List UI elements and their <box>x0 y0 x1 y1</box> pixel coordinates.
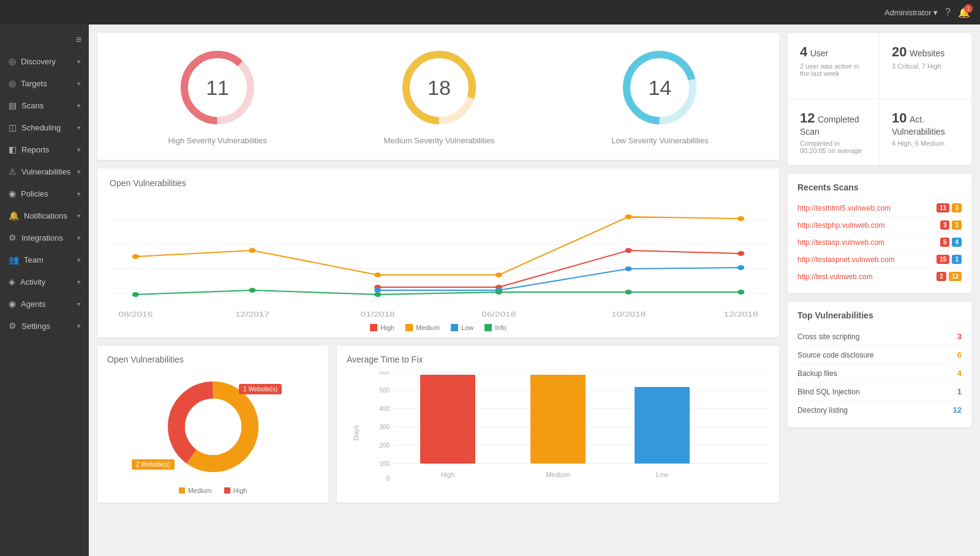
vuln-name: Source code disclosure <box>797 351 874 359</box>
vuln-row: Blind SQL Injection 1 <box>797 383 962 401</box>
svg-text:Low: Low <box>656 471 668 478</box>
bottom-row: Open Vulnerabilities 1 Website(s) <box>97 346 779 503</box>
chevron-icon: ▾ <box>77 301 80 307</box>
sidebar-item-reports[interactable]: ◧ Reports ▾ <box>0 138 89 160</box>
legend-box <box>484 324 492 331</box>
vuln-row: Backup files 4 <box>797 364 962 383</box>
activity-icon: ◈ <box>9 277 15 287</box>
svg-text:06/2018: 06/2018 <box>481 310 516 318</box>
scan-badges: 11 3 <box>937 203 962 212</box>
chevron-icon: ▾ <box>77 323 80 329</box>
badge-low: 3 <box>952 203 962 212</box>
stat-sub-vuln: 4 High, 6 Medium <box>892 140 959 147</box>
sidebar-item-policies[interactable]: ◉ Policies ▾ <box>0 182 89 205</box>
chevron-icon: ▾ <box>77 80 80 87</box>
sidebar-label-activity: Activity <box>20 277 45 287</box>
vuln-row: Source code disclosure 6 <box>797 346 962 364</box>
svg-point-31 <box>249 288 255 293</box>
svg-point-26 <box>374 288 381 293</box>
reports-icon: ◧ <box>9 145 17 154</box>
policies-icon: ◉ <box>9 189 16 198</box>
sidebar-item-settings[interactable]: ⚙ Settings ▾ <box>0 315 89 337</box>
main-column: 11 High Severity Vulnerabilities 18 Medi… <box>97 33 779 547</box>
stat-scans: 12 Completed Scan Completed in 00:20:05 … <box>788 99 880 165</box>
svg-point-39 <box>185 399 241 455</box>
sidebar-label-vulnerabilities: Vulnerabilities <box>21 167 70 176</box>
sidebar-item-activity[interactable]: ◈ Activity ▾ <box>0 271 89 293</box>
legend-label: High <box>380 324 394 331</box>
sidebar-item-targets[interactable]: ◎ Targets ▾ <box>0 72 89 94</box>
chevron-icon: ▾ <box>77 58 80 65</box>
sidebar-label-targets: Targets <box>21 79 47 88</box>
legend-box <box>370 324 377 331</box>
sidebar-item-scheduling[interactable]: ◫ Scheduling ▾ <box>0 116 89 138</box>
vuln-name: Directory listing <box>797 406 848 415</box>
legend-item-medium: Medium <box>405 324 440 331</box>
svg-text:10/2018: 10/2018 <box>611 310 646 318</box>
svg-point-25 <box>737 251 744 256</box>
vuln-count: 3 <box>957 332 962 341</box>
svg-point-34 <box>625 290 631 295</box>
donut-legend-item-medium: Medium <box>179 487 212 494</box>
badge-high: 3 <box>940 220 950 230</box>
top-vuln-title: Top Vulnerabilities <box>797 310 962 320</box>
topbar: Administrator ▾ ? 🔔 1 <box>0 0 980 24</box>
svg-text:100: 100 <box>379 460 390 467</box>
svg-point-19 <box>496 272 502 277</box>
stat-num-users: 4 <box>800 44 807 59</box>
sidebar-toggle[interactable]: ≡ <box>0 29 89 50</box>
sidebar-item-agents[interactable]: ◉ Agents ▾ <box>0 293 89 315</box>
scan-link[interactable]: http://testaspnet.vulnweb.com <box>797 255 895 264</box>
svg-rect-57 <box>635 387 690 464</box>
agents-icon: ◉ <box>9 299 16 309</box>
gauge-number-medium: 18 <box>428 76 451 100</box>
donut-legend-label: Medium <box>188 487 212 494</box>
gauge-label-medium: Medium Severity Vulnerabilities <box>384 136 495 145</box>
stat-vuln: 10 Act. Vulnerabilities 4 High, 6 Medium <box>880 99 971 165</box>
targets-icon: ◎ <box>9 78 16 88</box>
sidebar-item-integrations[interactable]: ⚙ Integrations ▾ <box>0 227 89 249</box>
vulnerabilities-icon: ⚠ <box>9 167 17 176</box>
scan-link[interactable]: http://testhtml5.vulnweb.com <box>797 204 891 212</box>
svg-text:12/2018: 12/2018 <box>724 310 758 318</box>
chevron-icon: ▾ <box>77 168 80 175</box>
sidebar-label-integrations: Integrations <box>21 233 63 242</box>
line-chart-svg: 08/2016 12/2017 01/2018 06/2018 10/2018 … <box>110 195 767 318</box>
sidebar-item-vulnerabilities[interactable]: ⚠ Vulnerabilities ▾ <box>0 160 89 182</box>
gauge-label-low: Low Severity Vulnerabilities <box>611 136 708 145</box>
sidebar-item-discovery[interactable]: ◎ Discovery ▾ <box>0 50 89 72</box>
help-icon[interactable]: ? <box>945 7 951 18</box>
bar-title: Average Time to Fix <box>347 355 769 364</box>
scan-row: http://testphp.vulnweb.com 3 1 <box>797 217 962 234</box>
scan-badges: 2 12 <box>937 272 962 281</box>
svg-text:High: High <box>441 471 455 478</box>
scan-row: http://test.vulnweb.com 2 12 <box>797 268 962 285</box>
scan-link[interactable]: http://testphp.vulnweb.com <box>797 221 885 230</box>
chart-legend: HighMediumLowInfo <box>110 324 767 331</box>
bell-icon[interactable]: 🔔 1 <box>958 7 970 18</box>
donut-legend-box <box>179 487 185 494</box>
sidebar-item-notifications[interactable]: 🔔 Notifications ▾ <box>0 205 89 227</box>
gauge-medium: 18 Medium Severity Vulnerabilities <box>384 48 495 145</box>
admin-dropdown[interactable]: Administrator ▾ <box>884 8 938 17</box>
scan-link[interactable]: http://testasp.vulnweb.com <box>797 238 884 247</box>
stats-grid: 4 User 2 user was active in the last wee… <box>788 33 971 165</box>
sidebar-item-scans[interactable]: ▤ Scans ▾ <box>0 94 89 116</box>
sidebar-item-team[interactable]: 👥 Team ▾ <box>0 249 89 271</box>
sidebar-label-scans: Scans <box>21 101 43 110</box>
donut-legend: MediumHigh <box>107 487 318 494</box>
scan-link[interactable]: http://test.vulnweb.com <box>797 272 873 281</box>
badge-low: 12 <box>949 272 962 281</box>
badge-high: 11 <box>937 203 949 212</box>
sidebar-label-scheduling: Scheduling <box>21 123 61 132</box>
svg-point-20 <box>625 214 631 219</box>
gauge-circle-high: 11 <box>178 48 257 127</box>
donut-card: Open Vulnerabilities 1 Website(s) <box>97 346 328 503</box>
stat-title-users: User <box>810 48 829 58</box>
stat-title-websites: Websites <box>910 48 944 58</box>
scan-row: http://testasp.vulnweb.com 5 4 <box>797 234 962 251</box>
chevron-icon: ▾ <box>77 190 80 197</box>
integrations-icon: ⚙ <box>9 233 17 242</box>
legend-box <box>405 324 413 331</box>
badge-low: 4 <box>952 238 962 247</box>
